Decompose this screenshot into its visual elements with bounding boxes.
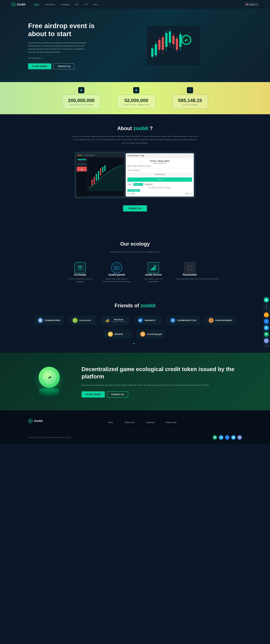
borrow-name: zoobit borrow [139,273,167,276]
svg-point-90 [141,333,144,336]
bscscan-sub: A product of Etherscan [112,321,126,322]
auto-slippage-btn[interactable]: % Auto Slippage [127,189,140,192]
footer-brand: Zoobit [28,419,43,423]
stat-number-1: 200,000,000 [68,98,95,103]
language-selector[interactable]: 🇬🇧 English ▾ [244,2,259,6]
footer-logo-icon [28,419,33,423]
nav-home[interactable]: Home [34,3,39,6]
friend-coinhunters[interactable]: COINHUNTERS [34,316,65,325]
borrow-desc: True, reliable, timely and comprehensive… [139,278,167,283]
friend-coingecko[interactable]: CoinGecko [69,316,97,325]
svg-point-92 [266,299,267,300]
stat-box-1: 200,000,000 TOTAL SUPPLY OF ZOOBIT [62,95,100,108]
twitter-icon [232,436,234,438]
sidebar-twitter-icon[interactable] [264,325,269,330]
friends-highlight: zoobit [140,303,155,308]
friend-newsbtc[interactable]: NEWSBTC [134,316,162,325]
swap-tab-charts[interactable]: Charts [127,165,132,167]
friends-section: Friends of zoobit COINHUNTERS CoinGec [0,294,270,353]
svg-rect-22 [169,32,171,43]
badge-hex-1 [78,87,84,93]
dot-1[interactable] [133,343,134,344]
sidebar-chat-icon[interactable] [264,332,269,337]
sidebar-lightning-icon[interactable] [264,312,269,318]
about-description: Zoobit is an automatic market making pro… [72,135,198,144]
from-row: From (BNB) Balance: 0 [127,193,192,194]
gamefi-icon [111,262,122,273]
footer-tokenomics[interactable]: Tokenomics [124,421,135,424]
social-telegram-icon[interactable] [219,435,223,440]
cta-contact-button[interactable]: CONTACT US [107,391,128,398]
footer-roadmap[interactable]: Roadmap [146,421,155,424]
placeholder-icon [184,262,195,273]
svg-marker-87 [111,334,112,335]
swap-close-icon[interactable]: × [191,154,192,157]
screenshot-chart-area [88,157,124,196]
nav-roadmap[interactable]: Roadmap [61,3,69,6]
swap-tab-multichart[interactable]: Multi Chart [138,165,145,167]
friend-bscscan[interactable]: BscScan A product of Etherscan [101,316,130,325]
friend-coinmarketcap[interactable]: COINMARKETCAP [166,316,200,325]
nav-tokenomics[interactable]: Tokenomics [45,3,55,6]
ecology-exchange: Exchange On-chain transactions, open and… [66,262,94,283]
hero-title: Free airdrop event is about to start [28,22,105,38]
logo[interactable]: Zoobit [11,2,26,7]
friend-pancakeswap[interactable]: PANCAKESWAP [205,316,236,325]
friend-cointelegraph[interactable]: Cointelegraph [136,330,166,339]
coinhunters-logo [38,318,43,323]
sidebar-chat-svg [265,333,267,336]
facebook-f-label: f [227,436,228,438]
sidebar-facebook-icon[interactable]: f [264,319,269,324]
footer-whitepaper[interactable]: White Paper [166,421,177,424]
social-twitter-icon[interactable] [231,435,236,440]
sidebar-user-icon [264,297,269,302]
friend-biance[interactable]: BIANCE [104,330,132,339]
placeholder-name: Placeholder [176,273,204,276]
footer-home[interactable]: Home [108,421,113,424]
svg-rect-72 [107,320,107,322]
sidebar-discord-icon[interactable] [264,338,269,343]
swap-tab-tools[interactable]: Tools [133,165,137,167]
swap-tab-advertise[interactable]: Advertise [134,170,140,171]
copy-icon[interactable]: ⧉ [42,57,43,59]
swap-tab-premium[interactable]: Premium [127,170,133,171]
placeholder-desc: PlaceholderPlaceholderPlaceholderPlaceho… [176,278,204,280]
svg-rect-73 [108,319,108,322]
ecology-section: Our ecology Zoobit will be used as the b… [0,230,270,294]
cta-section: Decentralized game ecological credit tok… [0,353,270,410]
social-discord-icon[interactable] [237,435,242,440]
main-coin [39,367,60,388]
sidebar-item-1 [77,158,87,162]
social-facebook-icon[interactable]: f [225,435,229,440]
svg-point-54 [118,268,118,268]
contact-us-hero-button[interactable]: CONTACT US [54,63,75,69]
sidebar-item-2 [77,162,87,166]
sidebar-collapse-icon[interactable]: ▲ [264,345,269,347]
biance-logo [108,332,113,337]
cta-description: Here staking to participate in the game … [82,384,242,387]
nav-nft[interactable]: NFT [75,3,79,6]
sidebar-f-label: f [266,320,267,323]
nav-docs[interactable]: Docs [94,3,98,6]
connect-button[interactable]: Connect [127,178,192,182]
svg-rect-16 [162,37,164,50]
pancake-v2-tab[interactable]: Pancake v2 [144,183,153,186]
swap-tab-about[interactable]: About [146,165,150,167]
get-zoobit-button[interactable]: TO GET ZOOBIT [28,63,51,69]
social-chat-icon[interactable] [213,435,217,440]
cta-image [28,364,70,399]
screenshot-header: foxcoin.io/charts [76,153,124,157]
nav-more-dots[interactable]: ••• [84,3,88,6]
coin-shadow-1 [39,388,60,392]
swap-token-name: FoxCoin - Binance (BSC) Protocol: (BSC) … [127,160,192,164]
stat-box-3: 585,148.15 TOTAL DIVIDEND [172,95,208,108]
swap-sub-tabs: Premium Advertise [127,170,192,171]
dot-2[interactable] [136,343,137,344]
auto-tab[interactable]: Auto [127,183,133,186]
contact-us-about-button[interactable]: CONTACT US [123,205,147,212]
hero-description: Possessing the game tokens launched by o… [28,41,87,54]
pancake-v1-tab[interactable]: Pancake v1 [133,183,143,186]
slippage-options: % Auto Slippage [127,189,192,192]
cta-get-zoobit-button[interactable]: TO GET ZOOBIT [82,391,105,398]
screenshot-url: foxcoin.io/charts [84,154,95,156]
